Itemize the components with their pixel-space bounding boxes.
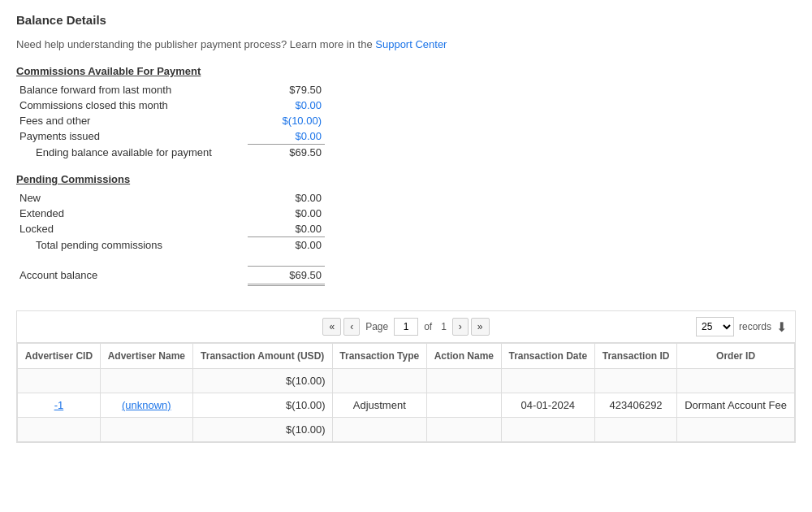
row-label: Locked — [16, 221, 248, 237]
cell-transaction_type — [332, 369, 426, 393]
first-page-button[interactable]: « — [322, 318, 341, 336]
cell-transaction_amount: $(10.00) — [192, 393, 332, 418]
cell-advertiser_cid — [18, 369, 101, 393]
cell-advertiser_name — [100, 369, 192, 393]
cell-transaction_date — [501, 418, 594, 442]
row-value: $0.00 — [248, 128, 325, 145]
commissions-available-row: Payments issued $0.00 — [16, 128, 325, 145]
cell-transaction_date — [501, 369, 594, 393]
cell-transaction_amount: $(10.00) — [192, 418, 332, 442]
cell-advertiser_cid: -1 — [18, 393, 101, 418]
cell-action_name — [427, 393, 502, 418]
row-label: Fees and other — [16, 113, 248, 128]
cell-order_id — [677, 369, 795, 393]
account-balance-label: Account balance — [16, 267, 248, 285]
total-pending-row: Total pending commissions $0.00 — [16, 237, 325, 254]
row-value: $0.00 — [248, 98, 325, 113]
total-pending-value: $0.00 — [248, 237, 325, 254]
total-pending-label: Total pending commissions — [16, 237, 248, 254]
row-label: Balance forward from last month — [16, 82, 248, 98]
account-balance-value: $69.50 — [248, 267, 325, 285]
account-balance-table: Account balance $69.50 — [16, 266, 325, 286]
page-input[interactable] — [394, 318, 418, 336]
support-center-link[interactable]: Support Center — [375, 38, 447, 50]
account-balance-section: Account balance $69.50 — [16, 266, 796, 286]
pending-commissions-table: New $0.00 Extended $0.00 Locked $0.00 To… — [16, 190, 325, 253]
table-area: « ‹ Page of 1 › » 25 50 100 records ⬇ — [16, 310, 796, 443]
commissions-available-row: Commissions closed this month $0.00 — [16, 98, 325, 113]
pending-commissions-row: Extended $0.00 — [16, 206, 325, 221]
cell-advertiser_cid — [18, 418, 101, 442]
col-header-action_name: Action Name — [427, 344, 502, 369]
cell-action_name — [427, 369, 502, 393]
records-label: records — [739, 321, 771, 332]
cell-advertiser_name — [100, 418, 192, 442]
cell-transaction_id — [595, 369, 677, 393]
cell-transaction_id — [595, 418, 677, 442]
cell-transaction_type: Adjustment — [332, 393, 426, 418]
total-pages: 1 — [441, 321, 447, 332]
advertiser-cid-link[interactable]: -1 — [54, 399, 64, 411]
row-value: $(10.00) — [248, 113, 325, 128]
commissions-available-row: Fees and other $(10.00) — [16, 113, 325, 128]
cell-transaction_amount: $(10.00) — [192, 369, 332, 393]
last-page-button[interactable]: » — [471, 318, 490, 336]
download-icon[interactable]: ⬇ — [776, 319, 787, 335]
commissions-available-title: Commissions Available For Payment — [16, 65, 796, 77]
row-label: Extended — [16, 206, 248, 221]
cell-order_id — [677, 418, 795, 442]
prev-page-button[interactable]: ‹ — [343, 318, 360, 336]
row-value: $0.00 — [248, 221, 325, 237]
col-header-transaction_id: Transaction ID — [595, 344, 677, 369]
col-header-advertiser_cid: Advertiser CID — [18, 344, 101, 369]
row-label: New — [16, 190, 248, 206]
cell-advertiser_name: (unknown) — [100, 393, 192, 418]
subtotal-row: $(10.00) — [18, 369, 795, 393]
col-header-transaction_type: Transaction Type — [332, 344, 426, 369]
ending-balance-label: Ending balance available for payment — [16, 145, 248, 161]
records-per-page-select[interactable]: 25 50 100 — [696, 317, 734, 336]
cell-action_name — [427, 418, 502, 442]
pending-commissions-section: Pending Commissions New $0.00 Extended $… — [16, 173, 796, 253]
page-label: Page — [365, 321, 388, 332]
cell-transaction_date: 04-01-2024 — [501, 393, 594, 418]
help-text: Need help understanding the publisher pa… — [16, 38, 796, 50]
pagination-controls: « ‹ Page of 1 › » — [322, 318, 489, 336]
help-text-before: Need help understanding the publisher pa… — [16, 38, 375, 50]
cell-order_id: Dormant Account Fee — [677, 393, 795, 418]
pending-commissions-row: Locked $0.00 — [16, 221, 325, 237]
commissions-available-section: Commissions Available For Payment Balanc… — [16, 65, 796, 160]
cell-transaction_type — [332, 418, 426, 442]
account-balance-row: Account balance $69.50 — [16, 267, 325, 285]
col-header-transaction_amount: Transaction Amount (USD) — [192, 344, 332, 369]
page-title: Balance Details — [16, 13, 796, 27]
row-label: Payments issued — [16, 128, 248, 145]
pending-commissions-row: New $0.00 — [16, 190, 325, 206]
pagination-bar: « ‹ Page of 1 › » 25 50 100 records ⬇ — [17, 311, 795, 343]
cell-transaction_id: 423406292 — [595, 393, 677, 418]
advertiser-name-link[interactable]: (unknown) — [122, 399, 171, 411]
next-page-button[interactable]: › — [452, 318, 469, 336]
col-header-advertiser_name: Advertiser Name — [100, 344, 192, 369]
ending-balance-row: Ending balance available for payment $69… — [16, 145, 325, 161]
of-label: of — [424, 321, 432, 332]
subtotal-row: $(10.00) — [18, 418, 795, 442]
row-label: Commissions closed this month — [16, 98, 248, 113]
col-header-order_id: Order ID — [677, 344, 795, 369]
col-header-transaction_date: Transaction Date — [501, 344, 594, 369]
detail-row: -1(unknown)$(10.00)Adjustment04-01-20244… — [18, 393, 795, 418]
pending-commissions-title: Pending Commissions — [16, 173, 796, 185]
row-value: $0.00 — [248, 190, 325, 206]
records-section: 25 50 100 records ⬇ — [696, 317, 787, 336]
ending-balance-value: $69.50 — [248, 145, 325, 161]
row-value: $0.00 — [248, 206, 325, 221]
row-value: $79.50 — [248, 82, 325, 98]
commissions-available-table: Balance forward from last month $79.50 C… — [16, 82, 325, 160]
commissions-available-row: Balance forward from last month $79.50 — [16, 82, 325, 98]
data-table: Advertiser CIDAdvertiser NameTransaction… — [17, 343, 795, 442]
